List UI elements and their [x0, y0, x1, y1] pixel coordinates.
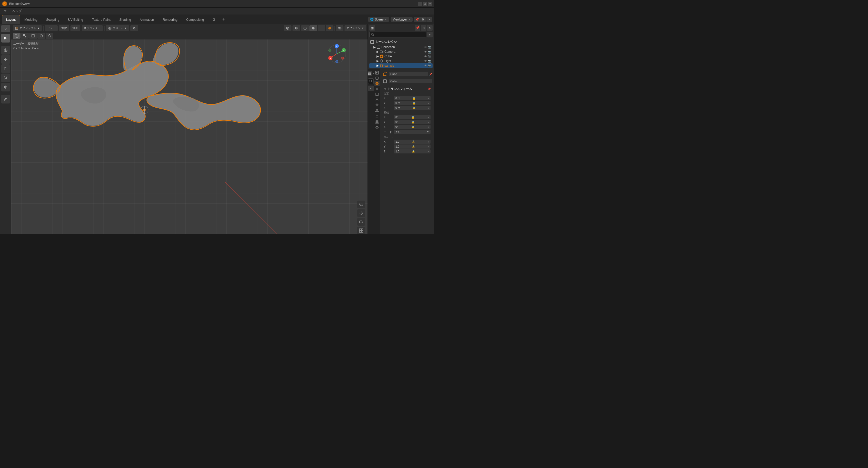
light-eye[interactable]: 👁 — [424, 59, 427, 63]
minimize-button[interactable]: ─ — [418, 2, 422, 6]
scale-z-val[interactable]: 1.0 🔒 ● — [394, 149, 431, 153]
cube-row[interactable]: ▶ Cube 👁 📷 — [369, 54, 433, 59]
camera-row[interactable]: ▶ Camera 👁 📷 — [369, 50, 433, 54]
light-row[interactable]: ▶ Light 👁 📷 — [369, 59, 433, 63]
snap-pivot[interactable] — [130, 25, 138, 31]
props-search-btn[interactable] — [368, 79, 374, 84]
add-menu[interactable]: 追加 — [70, 25, 80, 31]
copy-panel-btn[interactable]: ⎘ — [421, 25, 427, 31]
pin-btn[interactable]: 📌 — [415, 25, 420, 31]
tab-sculpting[interactable]: Sculpting — [42, 15, 63, 24]
rot-x-val[interactable]: 0° 🔒 ● — [394, 115, 431, 119]
xray-toggle[interactable] — [284, 25, 291, 31]
world-props-tab[interactable] — [374, 86, 379, 91]
light-render[interactable]: 📷 — [428, 59, 432, 63]
maximize-button[interactable]: □ — [423, 2, 427, 6]
pan-btn[interactable] — [357, 209, 365, 217]
navigation-gizmo[interactable]: Z Y X — [327, 43, 347, 64]
mode-selector[interactable]: ⬡ — [1, 25, 10, 32]
tab-animation[interactable]: Animation — [136, 15, 158, 24]
scale-y-val[interactable]: 1.0 🔒 ● — [394, 145, 431, 149]
tab-compositing[interactable]: Compositing — [182, 15, 208, 24]
options-button[interactable]: オプション ▼ — [344, 25, 366, 31]
transform-tool[interactable] — [1, 83, 10, 91]
data-name-input[interactable]: Cube — [389, 79, 432, 83]
tab-layout[interactable]: Layout — [2, 15, 20, 24]
tab-g[interactable]: G — [209, 15, 219, 24]
search-box[interactable] — [369, 32, 426, 37]
modifier-props-tab[interactable] — [374, 97, 379, 102]
copy-button[interactable]: ⎘ — [420, 17, 426, 22]
pos-y-val[interactable]: 0 m 🔒 ● — [394, 101, 431, 105]
view-menu[interactable]: ビュー — [45, 25, 58, 31]
scale-x-val[interactable]: 1.0 🔒 ● — [394, 139, 431, 144]
close-panel-btn[interactable]: × — [427, 25, 433, 31]
camera-render[interactable]: 📷 — [428, 50, 432, 54]
materials-tab[interactable] — [374, 125, 379, 130]
viewlayer-selector[interactable]: ViewLayer ▼ — [391, 17, 413, 22]
cursor-tool[interactable] — [1, 46, 10, 55]
window-controls[interactable]: ─ □ × — [418, 2, 432, 6]
cube-render[interactable]: 📷 — [428, 55, 432, 58]
output-props-tab[interactable] — [374, 75, 379, 81]
move-tool[interactable] — [1, 55, 10, 64]
sample-render[interactable]: 📷 — [428, 64, 432, 67]
sample-row[interactable]: ▶ sample 👁 📷 — [369, 63, 433, 68]
pin-object-btn[interactable]: 📌 — [429, 73, 432, 75]
add-workspace-button[interactable]: + — [220, 15, 227, 24]
object-props-tab[interactable] — [374, 92, 379, 97]
props-filter[interactable]: ▼ — [368, 86, 374, 91]
material-preview-btn[interactable] — [318, 25, 325, 31]
btn-s2[interactable] — [29, 33, 37, 39]
scene-props-tab[interactable] — [374, 81, 379, 86]
pos-z-val[interactable]: 0 m 🔒 ● — [394, 106, 431, 110]
filter-btn[interactable]: ▼ — [427, 32, 433, 37]
pin-button[interactable]: 📌 — [414, 17, 420, 22]
right-panel-type[interactable]: ▦ — [369, 25, 375, 31]
scale-tool[interactable] — [1, 73, 10, 82]
sample-eye[interactable]: 👁 — [424, 64, 427, 67]
overlay-toggle[interactable] — [336, 25, 343, 31]
select-box-btn[interactable] — [13, 33, 21, 39]
tab-rendering[interactable]: Rendering — [159, 15, 182, 24]
object-menu[interactable]: オブジェクト — [82, 25, 103, 31]
tab-uv-editing[interactable]: UV Editing — [64, 15, 87, 24]
btn-s4[interactable] — [45, 33, 53, 39]
camera-btn[interactable] — [357, 218, 365, 226]
viewport-shading[interactable] — [292, 25, 300, 31]
props-type-btn[interactable]: ▦ — [368, 71, 372, 76]
select-tool[interactable] — [1, 34, 10, 42]
menu-help[interactable]: ヘルプ — [10, 8, 24, 14]
constraints-tab[interactable] — [374, 114, 379, 119]
object-name-input[interactable]: Cube — [389, 72, 428, 76]
object-mode-selector[interactable]: オブジェクト ▼ — [13, 25, 42, 31]
tab-modeling[interactable]: Modeling — [21, 15, 42, 24]
rot-z-val[interactable]: 0° 🔒 ● — [394, 125, 431, 129]
tab-shading[interactable]: Shading — [115, 15, 135, 24]
transform-pin[interactable]: 📌 — [428, 88, 431, 90]
scene-selector[interactable]: 🌐 Scene ▼ — [368, 17, 389, 22]
particles-tab[interactable] — [374, 102, 379, 107]
rot-y-val[interactable]: 0° 🔒 ● — [394, 120, 431, 124]
collection-row[interactable]: ▶ Collection 👁 📷 — [369, 45, 433, 50]
pos-x-val[interactable]: 0 m 🔒 ● — [394, 96, 431, 100]
btn-s1[interactable] — [21, 33, 29, 39]
data-props-tab[interactable] — [374, 120, 379, 125]
render-props-tab[interactable] — [374, 70, 379, 75]
close-workspace-button[interactable]: × — [427, 17, 432, 22]
zoom-in-btn[interactable] — [357, 200, 365, 208]
select-menu[interactable]: 選択 — [59, 25, 69, 31]
physics-tab[interactable] — [374, 108, 379, 113]
menu-u[interactable]: ウ — [1, 8, 9, 14]
viewport-3d[interactable]: ユーザー・透視投影 (1) Collection | Cube — [11, 39, 368, 234]
tab-texture-paint[interactable]: Texture Paint — [88, 15, 115, 24]
global-selector[interactable]: グロー... ▼ — [106, 25, 129, 31]
wireframe-btn[interactable] — [301, 25, 309, 31]
render-preview-btn[interactable] — [326, 25, 334, 31]
solid-btn[interactable] — [309, 25, 317, 31]
collection-eye[interactable]: 👁 — [424, 45, 427, 49]
rotate-tool[interactable] — [1, 64, 10, 73]
cube-eye[interactable]: 👁 — [424, 55, 427, 58]
btn-s3[interactable] — [37, 33, 45, 39]
grid-view-btn[interactable] — [357, 227, 365, 234]
